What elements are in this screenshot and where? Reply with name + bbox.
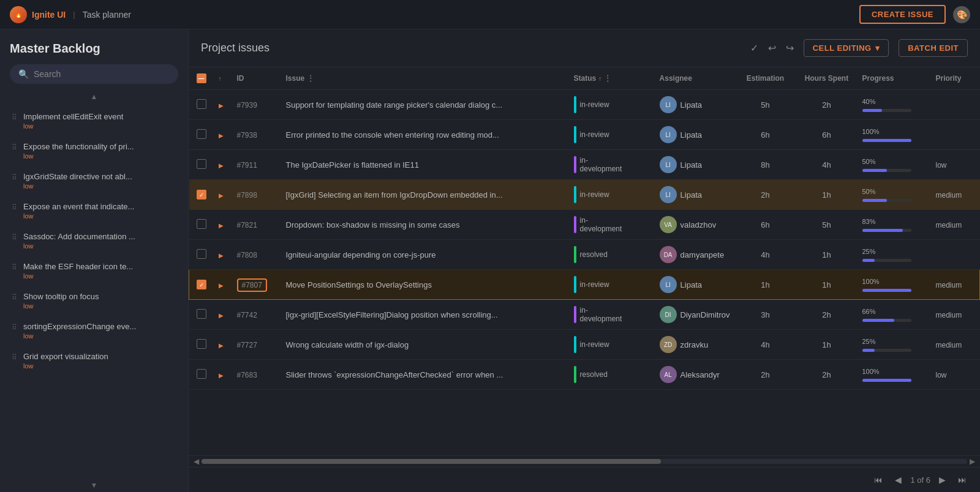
row-checkbox-cell[interactable] [189,330,214,360]
table-row[interactable]: ▶ #7742 [igx-grid][ExcelStyleFiltering]D… [189,300,980,330]
row-checkbox[interactable] [197,249,206,259]
table-row[interactable]: ▶ #7939 Support for templating date rang… [189,90,980,120]
row-checkbox[interactable] [197,99,206,109]
row-checkbox[interactable]: ✓ [197,190,206,199]
sidebar-item[interactable]: ⠿ Expose the functionality of pri... low [0,136,188,166]
redo-icon[interactable]: ↪ [786,42,794,54]
scroll-down-button[interactable]: ▼ [86,480,103,491]
hours-cell: 2h [796,90,858,120]
table-row[interactable]: ▶ #7821 Dropdown: box-shadow is missing … [189,210,980,240]
sidebar-item-sub: low [23,182,178,190]
row-checkbox-cell[interactable] [189,150,214,180]
table-row[interactable]: ▶ #7808 Igniteui-angular depending on co… [189,240,980,270]
issue-col-menu-icon[interactable]: ⋮ [307,74,314,83]
sidebar-item[interactable]: ⠿ sortingExpressionChange eve... low [0,316,188,346]
sort-icon[interactable]: ↑ [219,75,222,82]
expand-cell[interactable]: ▶ [214,210,232,240]
expand-icon[interactable]: ▶ [219,102,224,109]
assignee-cell: VA valadzhov [655,210,735,240]
expand-icon[interactable]: ▶ [219,312,224,319]
table-row[interactable]: ▶ #7727 Wrong calculate width of igx-dia… [189,330,980,360]
select-all-checkbox[interactable]: — [197,73,206,83]
row-checkbox[interactable] [197,339,206,349]
progress-bar-fill [862,169,887,172]
first-page-button[interactable]: ⏮ [870,472,886,487]
issue-cell: Slider throws `expressionChangeAfterChec… [281,360,569,390]
search-box[interactable]: 🔍 [10,64,178,84]
table-row[interactable]: ▶ #7683 Slider throws `expressionChangeA… [189,360,980,390]
status-badge: in-development [574,216,650,233]
scroll-right-arrow[interactable]: ▶ [970,457,975,466]
h-scrollbar-thumb[interactable] [202,459,661,464]
status-dot [574,366,576,383]
col-header-check: — [189,67,214,90]
expand-icon[interactable]: ▶ [219,252,224,259]
expand-icon[interactable]: ▶ [219,282,224,289]
expand-icon[interactable]: ▶ [219,222,224,229]
row-checkbox-cell[interactable] [189,360,214,390]
table-row[interactable]: ✓ ▶ #7898 [IgxGrid] Selecting an item fr… [189,180,980,210]
theme-icon[interactable]: 🎨 [953,6,970,23]
sidebar-item[interactable]: ⠿ IgxGridState directive not abl... low [0,166,188,196]
id-cell: #7898 [232,180,281,210]
row-checkbox-cell[interactable] [189,210,214,240]
row-checkbox[interactable] [197,129,206,139]
expand-cell[interactable]: ▶ [214,180,232,210]
sidebar-item-sub: low [23,362,178,370]
table-row[interactable]: ✓ ▶ #7807 Move PositionSettings to Overl… [189,270,980,300]
sidebar-item[interactable]: ⠿ Show tooltip on focus low [0,286,188,316]
expand-icon[interactable]: ▶ [219,132,224,139]
expand-icon[interactable]: ▶ [219,342,224,349]
row-checkbox-cell[interactable]: ✓ [189,270,214,300]
row-checkbox-cell[interactable] [189,240,214,270]
row-checkbox[interactable] [197,159,206,169]
cell-editing-button[interactable]: CELL EDITING ▾ [804,39,889,57]
table-row[interactable]: ▶ #7938 Error printed to the console whe… [189,120,980,150]
assignee-name: Lipata [680,280,702,289]
expand-cell[interactable]: ▶ [214,150,232,180]
expand-cell[interactable]: ▶ [214,240,232,270]
search-input[interactable] [34,69,170,79]
row-checkbox[interactable] [197,369,206,379]
sidebar-item[interactable]: ⠿ Sassdoc: Add documentation ... low [0,226,188,256]
id-cell: #7742 [232,300,281,330]
row-checkbox[interactable] [197,219,206,229]
expand-icon[interactable]: ▶ [219,162,224,169]
expand-cell[interactable]: ▶ [214,330,232,360]
expand-icon[interactable]: ▶ [219,372,224,379]
priority-text: medium [936,281,962,289]
progress-label: 100% [862,278,880,285]
status-col-menu-icon[interactable]: ⋮ [604,74,611,83]
scroll-up-button[interactable]: ▲ [86,91,103,102]
table-row[interactable]: ▶ #7911 The IgxDatePicker is flattened i… [189,150,980,180]
sidebar-item[interactable]: ⠿ Make the ESF header icon te... low [0,256,188,286]
row-checkbox-cell[interactable]: ✓ [189,180,214,210]
table-wrapper[interactable]: — ↑ ID Issue ⋮ [189,67,980,455]
status-sort-icon[interactable]: ↑ [598,75,601,82]
row-checkbox[interactable]: ✓ [197,280,206,289]
progress-bar-bg [862,139,911,142]
row-checkbox[interactable] [197,309,206,319]
prev-page-button[interactable]: ◀ [891,472,905,487]
batch-edit-button[interactable]: BATCH EDIT [899,39,968,57]
expand-cell[interactable]: ▶ [214,270,232,300]
scroll-left-arrow[interactable]: ◀ [194,457,199,466]
last-page-button[interactable]: ⏭ [954,472,970,487]
expand-cell[interactable]: ▶ [214,90,232,120]
row-checkbox-cell[interactable] [189,300,214,330]
create-issue-button[interactable]: CREATE ISSUE [859,5,946,24]
progress-cell: 50% [858,150,931,180]
expand-cell[interactable]: ▶ [214,300,232,330]
expand-icon[interactable]: ▶ [219,192,224,199]
check-icon[interactable]: ✓ [750,42,758,54]
row-checkbox-cell[interactable] [189,120,214,150]
expand-cell[interactable]: ▶ [214,360,232,390]
sidebar-item[interactable]: ⠿ Expose an event that indicate... low [0,196,188,226]
row-checkbox-cell[interactable] [189,90,214,120]
next-page-button[interactable]: ▶ [935,472,949,487]
status-badge: in-development [574,306,650,323]
undo-icon[interactable]: ↩ [768,42,776,54]
sidebar-item[interactable]: ⠿ Grid export visualization low [0,346,188,376]
sidebar-item[interactable]: ⠿ Implement cellEditExit event low [0,106,188,136]
expand-cell[interactable]: ▶ [214,120,232,150]
